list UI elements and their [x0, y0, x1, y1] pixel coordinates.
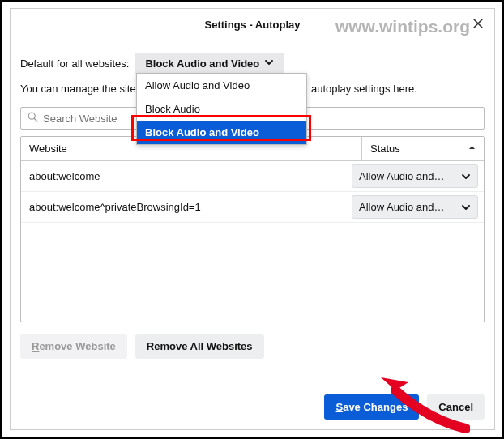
chevron-down-icon: [461, 172, 471, 181]
table-row[interactable]: about:welcome Allow Audio and…: [21, 161, 484, 192]
autoplay-option-block-audio-video[interactable]: Block Audio and Video: [137, 121, 306, 144]
chevron-down-icon: [264, 58, 274, 70]
watermark-text: www.wintips.org: [335, 17, 470, 36]
save-changes-button[interactable]: Save Changes: [324, 394, 419, 420]
default-autoplay-menu: Allow Audio and Video Block Audio Block …: [136, 73, 307, 145]
website-cell: about:welcome: [21, 163, 352, 190]
manage-description-part-b: autoplay settings here.: [311, 83, 417, 95]
row-status-value: Allow Audio and…: [359, 170, 445, 182]
column-header-status[interactable]: Status: [362, 137, 484, 160]
row-status-dropdown[interactable]: Allow Audio and…: [352, 164, 478, 188]
remove-all-websites-button[interactable]: Remove All Websites: [135, 334, 264, 359]
autoplay-option-allow[interactable]: Allow Audio and Video: [137, 74, 306, 97]
websites-table: Website Status about:welcome Allow Audio…: [20, 136, 485, 322]
close-icon: [473, 19, 483, 28]
chevron-down-icon: [461, 202, 471, 212]
default-autoplay-dropdown-value: Block Audio and Video: [145, 58, 259, 70]
sort-ascending-icon: [468, 144, 476, 153]
row-status-dropdown[interactable]: Allow Audio and…: [352, 195, 478, 219]
cancel-button[interactable]: Cancel: [427, 394, 485, 420]
row-status-value: Allow Audio and…: [359, 201, 445, 213]
close-button[interactable]: [470, 15, 486, 32]
default-for-all-label: Default for all websites:: [20, 58, 129, 70]
table-row[interactable]: about:welcome^privateBrowsingId=1 Allow …: [21, 192, 484, 223]
manage-description-part-a: You can manage the sites: [20, 83, 141, 95]
column-header-status-label: Status: [370, 143, 400, 155]
remove-website-button: Remove Website: [20, 334, 127, 359]
dialog-title: Settings - Autoplay: [205, 19, 301, 31]
default-autoplay-dropdown[interactable]: Block Audio and Video: [135, 53, 284, 75]
website-cell: about:welcome^privateBrowsingId=1: [21, 194, 352, 220]
autoplay-option-block-audio[interactable]: Block Audio: [137, 97, 306, 121]
search-icon: [28, 112, 38, 125]
